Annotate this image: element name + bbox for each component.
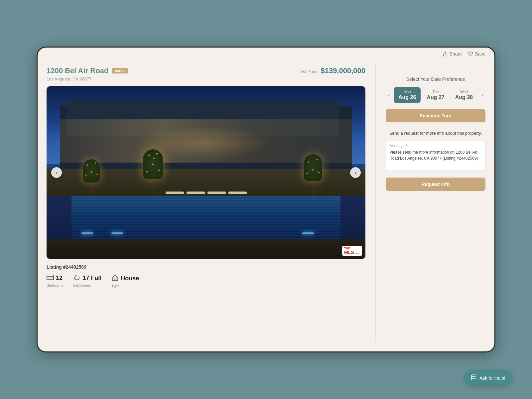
top-bar: Share Save xyxy=(37,47,495,57)
svg-rect-1 xyxy=(112,278,118,281)
info-request-section: Send a request for more info about this … xyxy=(386,130,485,191)
date-tab-wed[interactable]: Wed Aug 28 xyxy=(451,87,477,103)
mls-com: .com xyxy=(354,252,360,255)
right-column: Select Your Date Preference ‹ Mon Aug 26… xyxy=(386,63,485,342)
trunk-right xyxy=(312,181,314,196)
date-day-name-wed: Wed xyxy=(460,90,467,94)
property-stats: 12 Bedrooms xyxy=(47,274,365,288)
type-value: House xyxy=(121,275,139,282)
tree-lights-center xyxy=(143,149,163,179)
date-day-name-tue: Tue xyxy=(433,90,439,94)
price-value: $139,000,000 xyxy=(321,66,365,75)
ground xyxy=(47,239,365,259)
share-label: Share xyxy=(450,51,462,57)
message-label: Message * xyxy=(389,144,408,148)
date-day-name-mon: Mon xyxy=(404,90,411,94)
price-block: List Price $139,000,000 xyxy=(300,66,365,75)
bed-icon xyxy=(47,274,54,282)
date-picker-row: ‹ Mon Aug 26 Tue Aug 27 Wed Aug 28 › xyxy=(386,87,485,103)
property-title-row: 1200 Bel Air Road Active xyxy=(47,66,128,75)
bathrooms-value: 17 Full xyxy=(82,275,101,282)
price-label: List Price xyxy=(300,69,317,74)
tree-lights-left xyxy=(83,159,100,183)
trunk-left xyxy=(90,183,92,196)
date-tabs: Mon Aug 26 Tue Aug 27 Wed Aug 28 xyxy=(394,87,477,103)
heart-icon xyxy=(468,51,473,57)
chairs-row xyxy=(100,192,312,194)
mls-name: MLS xyxy=(344,250,354,255)
property-location: Los Angeles, CA 90077 xyxy=(47,76,128,81)
chair-1 xyxy=(166,192,184,194)
pool xyxy=(71,196,340,241)
bath-icon xyxy=(73,274,80,282)
bathrooms-icon-row: 17 Full xyxy=(73,274,101,282)
schedule-tour-button[interactable]: Schedule Tour xyxy=(386,109,485,122)
property-address-block: 1200 Bel Air Road Active Los Angeles, CA… xyxy=(47,66,128,81)
bedrooms-label: Bedrooms xyxy=(47,283,63,287)
save-button[interactable]: Save xyxy=(468,51,485,57)
property-address: 1200 Bel Air Road xyxy=(47,66,108,75)
chair-3 xyxy=(207,192,226,194)
photo-scene: THE MLS .com xyxy=(47,86,365,259)
chair-4 xyxy=(228,192,247,194)
date-section-title: Select Your Date Preference xyxy=(386,76,485,82)
active-badge: Active xyxy=(112,68,128,73)
pool-light-1 xyxy=(81,232,93,234)
save-label: Save xyxy=(475,51,485,57)
type-icon-row: House xyxy=(111,274,139,283)
photo-prev-button[interactable]: ‹ xyxy=(51,167,62,178)
stat-type: House Type xyxy=(111,274,139,288)
date-tab-mon[interactable]: Mon Aug 26 xyxy=(394,87,421,103)
listing-number: Listing #24402569 xyxy=(47,264,365,270)
bedrooms-value: 12 xyxy=(56,275,63,282)
photo-next-button[interactable]: › xyxy=(350,167,361,178)
date-tab-tue[interactable]: Tue Aug 27 xyxy=(422,87,449,103)
tree-left xyxy=(83,159,100,196)
stat-bedrooms: 12 Bedrooms xyxy=(47,274,63,288)
mls-badge: THE MLS .com xyxy=(342,246,362,256)
top-bar-actions: Share Save xyxy=(443,51,485,57)
share-button[interactable]: Share xyxy=(443,51,462,57)
pool-light-2 xyxy=(111,232,123,234)
date-next-button[interactable]: › xyxy=(479,91,485,99)
info-request-description: Send a request for more info about this … xyxy=(386,130,485,136)
house-icon xyxy=(111,274,119,283)
column-divider xyxy=(375,63,376,342)
left-column: 1200 Bel Air Road Active Los Angeles, CA… xyxy=(47,63,365,342)
property-header: 1200 Bel Air Road Active Los Angeles, CA… xyxy=(47,63,365,86)
bathrooms-label: Bathrooms xyxy=(73,283,91,287)
photo-container: THE MLS .com ‹ › xyxy=(47,86,365,259)
tree-lights-right xyxy=(304,154,322,181)
pool-light-3 xyxy=(302,232,314,234)
share-icon xyxy=(443,51,448,57)
date-day-num-mon: Aug 26 xyxy=(398,94,416,100)
date-prev-button[interactable]: ‹ xyxy=(386,91,392,99)
date-day-num-tue: Aug 27 xyxy=(427,94,444,100)
stat-bathrooms: 17 Full Bathrooms xyxy=(73,274,101,288)
listing-info: Listing #24402569 12 xyxy=(47,259,365,288)
message-field-wrapper: Message * Please send me more informatio… xyxy=(386,141,485,172)
page-content: 1200 Bel Air Road Active Los Angeles, CA… xyxy=(37,57,495,352)
type-label: Type xyxy=(111,284,119,288)
date-day-num-wed: Aug 28 xyxy=(455,94,473,100)
tree-center xyxy=(143,149,163,196)
bedrooms-icon-row: 12 xyxy=(47,274,63,282)
svg-rect-0 xyxy=(47,277,54,280)
chair-2 xyxy=(187,192,205,194)
tree-right xyxy=(304,154,322,196)
request-info-button[interactable]: Request Info xyxy=(386,178,485,191)
